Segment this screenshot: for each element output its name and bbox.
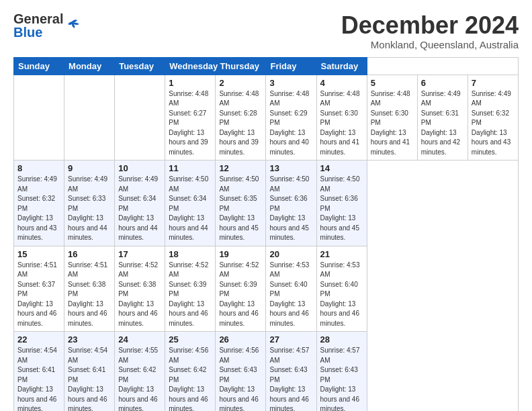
day-number: 8 <box>17 163 60 173</box>
col-saturday: Saturday <box>316 57 367 75</box>
day-number: 6 <box>421 78 464 88</box>
calendar: Sunday Monday Tuesday Wednesday Thursday… <box>13 57 519 411</box>
sunset-text: Sunset: 6:32 PM <box>472 109 509 127</box>
day-info: Sunrise: 4:52 AM Sunset: 6:39 PM Dayligh… <box>219 261 262 329</box>
header: General Blue December 2024 Monkland, Que… <box>13 12 519 50</box>
day-number: 9 <box>68 163 111 173</box>
sunset-text: Sunset: 6:30 PM <box>320 109 358 127</box>
daylight-text: Daylight: 13 hours and 43 minutes. <box>472 129 511 156</box>
sunset-text: Sunset: 6:38 PM <box>118 281 156 298</box>
table-row: 26 Sunrise: 4:56 AM Sunset: 6:43 PM Dayl… <box>216 332 266 411</box>
sunset-text: Sunset: 6:32 PM <box>17 195 55 212</box>
sunrise-text: Sunrise: 4:50 AM <box>269 175 309 193</box>
table-row: 24 Sunrise: 4:55 AM Sunset: 6:42 PM Dayl… <box>115 332 165 411</box>
sunrise-text: Sunrise: 4:48 AM <box>371 90 410 107</box>
day-number: 21 <box>320 249 363 259</box>
day-number: 17 <box>118 249 161 259</box>
daylight-text: Daylight: 13 hours and 40 minutes. <box>269 129 308 156</box>
sunset-text: Sunset: 6:42 PM <box>118 366 156 383</box>
daylight-text: Daylight: 13 hours and 46 minutes. <box>219 300 258 327</box>
sunset-text: Sunset: 6:43 PM <box>269 366 307 383</box>
daylight-text: Daylight: 13 hours and 44 minutes. <box>68 214 107 241</box>
sunrise-text: Sunrise: 4:55 AM <box>118 347 158 364</box>
day-info: Sunrise: 4:57 AM Sunset: 6:43 PM Dayligh… <box>320 346 363 411</box>
col-wednesday: Wednesday <box>165 57 216 75</box>
sunset-text: Sunset: 6:34 PM <box>169 195 206 212</box>
page: General Blue December 2024 Monkland, Que… <box>0 0 532 411</box>
day-info: Sunrise: 4:53 AM Sunset: 6:40 PM Dayligh… <box>320 261 363 329</box>
daylight-text: Daylight: 13 hours and 46 minutes. <box>118 300 157 327</box>
table-row: 1 Sunrise: 4:48 AM Sunset: 6:27 PM Dayli… <box>165 75 216 161</box>
col-thursday: Thursday <box>216 57 266 75</box>
table-row: 8 Sunrise: 4:49 AM Sunset: 6:32 PM Dayli… <box>14 161 64 246</box>
table-row <box>115 75 165 161</box>
sunrise-text: Sunrise: 4:56 AM <box>219 347 259 364</box>
table-row: 18 Sunrise: 4:52 AM Sunset: 6:39 PM Dayl… <box>165 246 216 332</box>
table-row: 7 Sunrise: 4:49 AM Sunset: 6:32 PM Dayli… <box>468 75 518 161</box>
calendar-week-row: 15 Sunrise: 4:51 AM Sunset: 6:37 PM Dayl… <box>14 246 519 332</box>
calendar-header-row: Sunday Monday Tuesday Wednesday Thursday… <box>14 57 519 75</box>
table-row: 19 Sunrise: 4:52 AM Sunset: 6:39 PM Dayl… <box>216 246 266 332</box>
sunset-text: Sunset: 6:29 PM <box>269 109 307 127</box>
day-number: 2 <box>219 78 262 88</box>
sunrise-text: Sunrise: 4:57 AM <box>269 347 309 364</box>
day-info: Sunrise: 4:48 AM Sunset: 6:30 PM Dayligh… <box>320 89 363 158</box>
day-info: Sunrise: 4:49 AM Sunset: 6:34 PM Dayligh… <box>118 175 161 243</box>
table-row: 6 Sunrise: 4:49 AM Sunset: 6:31 PM Dayli… <box>417 75 468 161</box>
sunrise-text: Sunrise: 4:51 AM <box>68 261 107 279</box>
table-row: 21 Sunrise: 4:53 AM Sunset: 6:40 PM Dayl… <box>316 246 367 332</box>
day-number: 14 <box>320 163 363 173</box>
day-info: Sunrise: 4:57 AM Sunset: 6:43 PM Dayligh… <box>269 346 312 411</box>
day-number: 23 <box>68 334 111 345</box>
daylight-text: Daylight: 13 hours and 46 minutes. <box>17 300 56 327</box>
day-number: 5 <box>371 78 414 88</box>
day-info: Sunrise: 4:50 AM Sunset: 6:36 PM Dayligh… <box>269 175 312 243</box>
sunrise-text: Sunrise: 4:54 AM <box>68 347 107 364</box>
sunset-text: Sunset: 6:43 PM <box>219 366 257 383</box>
day-info: Sunrise: 4:48 AM Sunset: 6:29 PM Dayligh… <box>269 89 312 158</box>
sunrise-text: Sunrise: 4:49 AM <box>118 175 158 193</box>
sunrise-text: Sunrise: 4:49 AM <box>68 175 107 193</box>
day-number: 7 <box>472 78 515 88</box>
sunrise-text: Sunrise: 4:54 AM <box>17 347 57 364</box>
daylight-text: Daylight: 13 hours and 46 minutes. <box>269 385 308 411</box>
day-info: Sunrise: 4:54 AM Sunset: 6:41 PM Dayligh… <box>17 346 60 411</box>
day-number: 22 <box>17 334 60 345</box>
day-number: 13 <box>269 163 312 173</box>
day-number: 4 <box>320 78 363 88</box>
day-info: Sunrise: 4:49 AM Sunset: 6:31 PM Dayligh… <box>421 89 464 158</box>
sunset-text: Sunset: 6:40 PM <box>269 281 307 298</box>
day-number: 15 <box>17 249 60 259</box>
day-number: 12 <box>219 163 262 173</box>
daylight-text: Daylight: 13 hours and 44 minutes. <box>118 214 157 241</box>
day-number: 28 <box>320 334 363 345</box>
sunset-text: Sunset: 6:36 PM <box>320 195 358 212</box>
day-number: 10 <box>118 163 161 173</box>
table-row <box>14 75 64 161</box>
sunset-text: Sunset: 6:42 PM <box>169 366 206 383</box>
day-number: 26 <box>219 334 262 345</box>
sunset-text: Sunset: 6:43 PM <box>320 366 358 383</box>
daylight-text: Daylight: 13 hours and 46 minutes. <box>219 385 258 411</box>
table-row: 14 Sunrise: 4:50 AM Sunset: 6:36 PM Dayl… <box>316 161 367 246</box>
sunset-text: Sunset: 6:41 PM <box>68 366 105 383</box>
sunset-text: Sunset: 6:28 PM <box>219 109 257 127</box>
sunrise-text: Sunrise: 4:50 AM <box>219 175 259 193</box>
table-row: 20 Sunrise: 4:53 AM Sunset: 6:40 PM Dayl… <box>266 246 316 332</box>
sunrise-text: Sunrise: 4:57 AM <box>320 347 360 364</box>
month-title: December 2024 <box>341 12 519 39</box>
daylight-text: Daylight: 13 hours and 46 minutes. <box>320 385 359 411</box>
day-number: 1 <box>169 78 212 88</box>
sunset-text: Sunset: 6:33 PM <box>68 195 105 212</box>
daylight-text: Daylight: 13 hours and 39 minutes. <box>169 129 208 156</box>
col-sunday: Sunday <box>14 57 64 75</box>
sunrise-text: Sunrise: 4:52 AM <box>219 261 259 279</box>
day-info: Sunrise: 4:50 AM Sunset: 6:34 PM Dayligh… <box>169 175 212 243</box>
table-row: 16 Sunrise: 4:51 AM Sunset: 6:38 PM Dayl… <box>64 246 115 332</box>
day-info: Sunrise: 4:49 AM Sunset: 6:32 PM Dayligh… <box>17 175 60 243</box>
sunset-text: Sunset: 6:39 PM <box>219 281 257 298</box>
day-info: Sunrise: 4:48 AM Sunset: 6:28 PM Dayligh… <box>219 89 262 158</box>
table-row: 12 Sunrise: 4:50 AM Sunset: 6:35 PM Dayl… <box>216 161 266 246</box>
day-info: Sunrise: 4:50 AM Sunset: 6:36 PM Dayligh… <box>320 175 363 243</box>
daylight-text: Daylight: 13 hours and 41 minutes. <box>320 129 359 156</box>
